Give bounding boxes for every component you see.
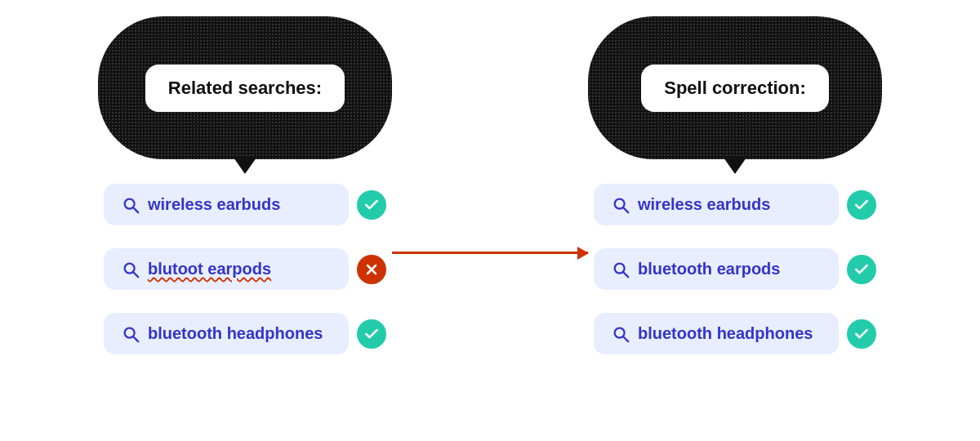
right-search-text-3: bluetooth headphones: [638, 324, 813, 343]
right-check-badge-3: [847, 319, 876, 349]
main-container: Related searches: wireless earbuds: [0, 0, 980, 441]
left-search-text-3: bluetooth headphones: [148, 324, 323, 343]
right-pill-3[interactable]: bluetooth headphones: [594, 313, 839, 354]
search-icon-right-2: [612, 261, 630, 278]
right-row-2: bluetooth earpods: [594, 248, 876, 290]
search-icon-right-3: [612, 325, 630, 343]
left-pill-3[interactable]: bluetooth headphones: [104, 313, 349, 354]
svg-line-13: [623, 336, 628, 341]
svg-line-9: [623, 207, 628, 212]
left-panel: Related searches: wireless earbuds: [0, 0, 490, 441]
right-pill-1[interactable]: wireless earbuds: [594, 184, 839, 225]
left-pill-1[interactable]: wireless earbuds: [104, 184, 349, 225]
right-label: Spell correction:: [641, 65, 829, 112]
left-x-badge-2: [357, 255, 386, 284]
left-check-badge-1: [357, 190, 386, 220]
left-pill-2[interactable]: blutoot earpods: [104, 248, 349, 290]
right-row-1: wireless earbuds: [594, 184, 876, 225]
right-check-badge-1: [847, 190, 876, 220]
svg-line-1: [133, 207, 138, 212]
svg-line-7: [133, 336, 138, 341]
right-search-text-1: wireless earbuds: [638, 195, 770, 214]
right-search-text-2: bluetooth earpods: [638, 260, 780, 278]
right-panel: Spell correction: wireless earbuds: [490, 0, 980, 441]
search-icon-right-1: [612, 196, 630, 214]
left-blob: Related searches:: [98, 16, 392, 159]
right-blob: Spell correction:: [588, 16, 882, 159]
left-search-text-1: wireless earbuds: [148, 195, 280, 214]
left-check-badge-3: [357, 319, 386, 349]
right-check-badge-2: [847, 255, 876, 284]
search-icon-left-3: [122, 325, 140, 343]
left-row-3: bluetooth headphones: [104, 313, 386, 354]
search-icon-left-1: [122, 196, 140, 214]
left-label: Related searches:: [145, 65, 345, 112]
left-search-text-2: blutoot earpods: [148, 260, 271, 278]
svg-line-11: [623, 272, 628, 277]
left-row-1: wireless earbuds: [104, 184, 386, 225]
right-pill-2[interactable]: bluetooth earpods: [594, 248, 839, 290]
svg-line-3: [133, 272, 138, 277]
search-icon-left-2: [122, 261, 140, 278]
right-row-3: bluetooth headphones: [594, 313, 876, 354]
left-row-2: blutoot earpods: [104, 248, 386, 290]
